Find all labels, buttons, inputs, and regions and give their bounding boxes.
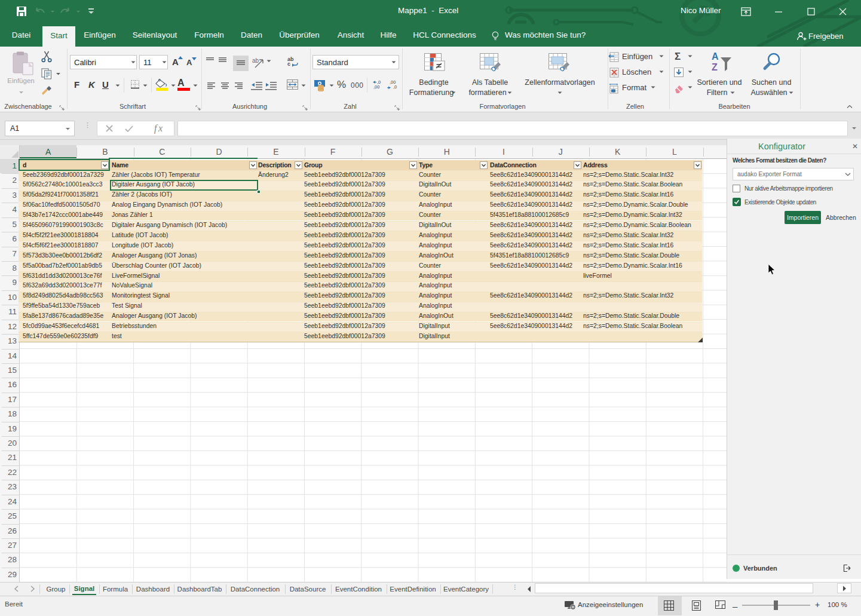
svg-text:Z: Z [712, 62, 718, 72]
svg-text:f: f [154, 123, 158, 134]
svg-text:A: A [712, 51, 719, 62]
svg-text:x: x [158, 123, 163, 133]
